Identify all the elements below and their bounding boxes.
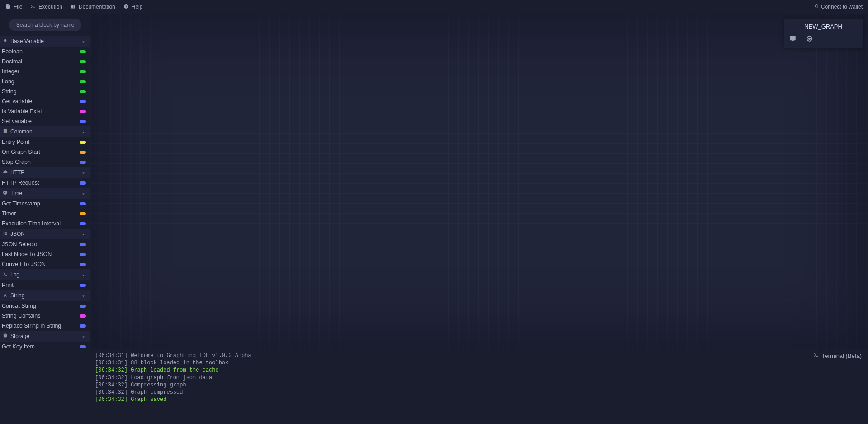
terminal-icon (3, 272, 8, 278)
chevron-down-icon (81, 334, 86, 339)
category-label: Log (10, 272, 19, 278)
block-label: JSON Selector (2, 241, 39, 248)
block-label: Entry Point (2, 139, 29, 145)
block-label: Is Variable Exist (2, 108, 42, 114)
menu-help[interactable]: Help (123, 4, 143, 10)
block-item[interactable]: Timer (0, 209, 90, 219)
block-label: Replace String in String (2, 323, 61, 329)
block-item[interactable]: Decimal (0, 57, 90, 67)
menu-execution[interactable]: Execution (30, 4, 62, 10)
block-label: Boolean (2, 48, 23, 55)
color-pill (80, 100, 86, 103)
block-item[interactable]: Integer (0, 67, 90, 76)
search-input[interactable]: Search a block by name (9, 19, 81, 31)
font-icon (3, 292, 8, 299)
block-item[interactable]: String (0, 86, 90, 96)
terminal-line: [06:34:32] Graph loaded from the cache (95, 367, 863, 374)
category-json[interactable]: JSON (0, 229, 90, 239)
block-label: Print (2, 282, 14, 288)
topbar: File Execution Documentation Help Connec… (0, 0, 868, 14)
connect-wallet-button[interactable]: Connect to wallet (812, 3, 863, 10)
sidebar[interactable]: Search a block by name Base Variable Boo… (0, 14, 90, 424)
block-item[interactable]: Stop Graph (0, 157, 90, 167)
category-label: String (10, 292, 24, 299)
block-item[interactable]: Boolean (0, 47, 90, 57)
category-common[interactable]: Common (0, 126, 90, 137)
block-item[interactable]: Print (0, 280, 90, 290)
book-icon (71, 4, 76, 10)
color-pill (80, 253, 86, 256)
color-pill (80, 222, 86, 225)
color-pill (80, 161, 86, 164)
category-base-variable[interactable]: Base Variable (0, 36, 90, 47)
cloud-icon (3, 169, 8, 176)
block-label: Stop Graph (2, 159, 31, 165)
block-item[interactable]: Get variable (0, 96, 90, 106)
category-log[interactable]: Log (0, 269, 90, 280)
comment-icon[interactable] (789, 35, 796, 43)
block-label: Long (2, 78, 14, 85)
category-label: JSON (10, 231, 25, 237)
block-item[interactable]: Execution Time Interval (0, 219, 90, 229)
block-label: Execution Time Interval (2, 220, 61, 227)
color-pill (80, 263, 86, 266)
color-pill (80, 70, 86, 73)
block-item[interactable]: On Graph Start (0, 147, 90, 157)
category-label: Time (10, 190, 22, 196)
block-label: Integer (2, 68, 19, 75)
color-pill (80, 305, 86, 308)
color-pill (80, 181, 86, 185)
block-item[interactable]: Convert To JSON (0, 259, 90, 269)
terminal-label[interactable]: Terminal (Beta) (813, 352, 862, 360)
block-label: Set variable (2, 118, 32, 124)
graph-title: NEW_GRAPH (789, 23, 857, 30)
block-item[interactable]: String Contains (0, 311, 90, 321)
block-label: Get Timestamp (2, 200, 40, 207)
terminal-line: [06:34:32] Graph saved (95, 396, 863, 403)
menu-documentation[interactable]: Documentation (71, 4, 115, 10)
block-item[interactable]: Get Key Item (0, 342, 90, 352)
block-label: HTTP Request (2, 180, 39, 186)
category-label: Common (10, 129, 33, 135)
color-pill (80, 243, 86, 246)
menu-file[interactable]: File (5, 4, 22, 10)
color-pill (80, 345, 86, 348)
color-pill (80, 141, 86, 144)
block-item[interactable]: Replace String in String (0, 321, 90, 331)
block-item[interactable]: Last Node To JSON (0, 249, 90, 259)
terminal-line: [06:34:31] Welcome to GraphLinq IDE v1.0… (95, 352, 863, 359)
category-string[interactable]: String (0, 290, 90, 301)
chevron-down-icon (81, 170, 86, 175)
block-item[interactable]: Long (0, 76, 90, 86)
terminal-panel: Terminal (Beta) [06:34:31] Welcome to Gr… (90, 349, 868, 424)
help-icon (123, 4, 129, 10)
block-label: Decimal (2, 58, 22, 65)
target-icon[interactable] (806, 35, 813, 43)
block-item[interactable]: Get Timestamp (0, 199, 90, 209)
list-icon (3, 231, 8, 237)
block-item[interactable]: Is Variable Exist (0, 106, 90, 116)
category-storage[interactable]: Storage (0, 331, 90, 342)
chevron-down-icon (81, 293, 86, 298)
block-label: Last Node To JSON (2, 251, 52, 257)
graph-info-panel: NEW_GRAPH (784, 19, 863, 48)
color-pill (80, 120, 86, 123)
color-pill (80, 60, 86, 63)
file-icon (5, 4, 11, 10)
block-item[interactable]: Concat String (0, 301, 90, 311)
terminal-icon (30, 4, 36, 10)
block-item[interactable]: HTTP Request (0, 178, 90, 188)
block-label: Get Key Item (2, 343, 35, 350)
grid-icon (3, 129, 8, 135)
terminal-line: [06:34:32] Graph compressed (95, 389, 863, 396)
block-label: String Contains (2, 313, 40, 319)
menu-help-label: Help (132, 4, 143, 10)
terminal-line: [06:34:32] Compressing graph .. (95, 381, 863, 389)
graph-canvas[interactable]: NEW_GRAPH (90, 14, 868, 349)
block-item[interactable]: JSON Selector (0, 239, 90, 249)
block-item[interactable]: Set variable (0, 116, 90, 126)
category-http[interactable]: HTTP (0, 167, 90, 178)
category-time[interactable]: Time (0, 188, 90, 199)
block-label: Concat String (2, 303, 36, 309)
block-item[interactable]: Entry Point (0, 137, 90, 147)
